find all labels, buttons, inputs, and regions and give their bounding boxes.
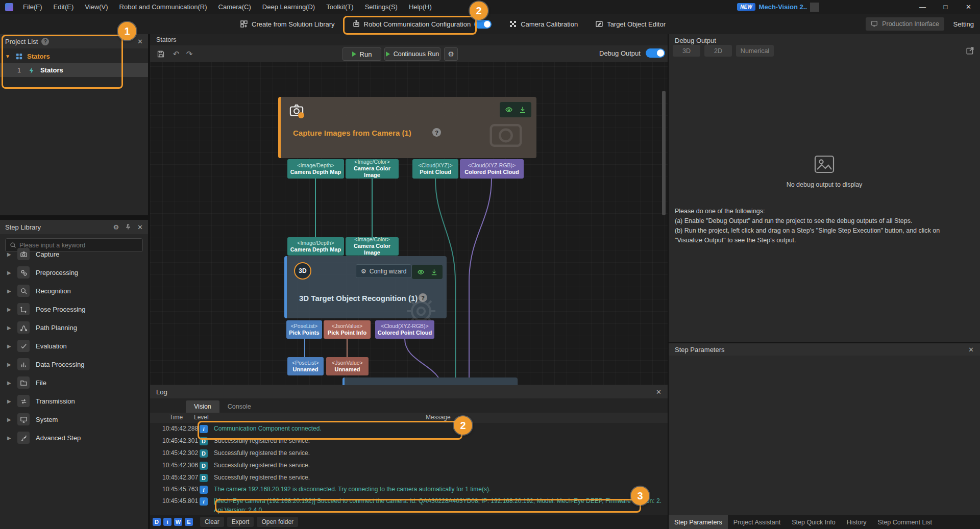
canvas-scrollbar[interactable]: [662, 91, 666, 215]
help-icon[interactable]: ?: [41, 38, 49, 45]
config-wizard-button[interactable]: ⚙ Config wizard: [356, 264, 411, 278]
port-camera-color-image-input[interactable]: <Image/Color> Camera Color Image: [346, 237, 399, 256]
redo-icon[interactable]: ↷: [184, 48, 195, 60]
close-icon[interactable]: ✕: [656, 388, 662, 396]
view-2d-button[interactable]: 2D: [704, 45, 732, 57]
step-library-item-advanced-step[interactable]: ▶ Advanced Step: [0, 429, 148, 446]
close-icon[interactable]: ✕: [968, 346, 974, 354]
capture-images-node[interactable]: Capture Images from Camera (1) ?: [278, 97, 536, 158]
chevron-right-icon[interactable]: ▶: [7, 417, 15, 422]
robot-communication-configuration-button[interactable]: Robot Communication Configuration: [352, 14, 492, 34]
maximize-button[interactable]: □: [934, 0, 957, 14]
tab-step-comment-list[interactable]: Step Comment List: [872, 515, 938, 529]
close-icon[interactable]: ✕: [137, 38, 143, 45]
log-tab-console[interactable]: Console: [219, 400, 259, 413]
log-row[interactable]: 10:45:42.302 D Successfully registered t…: [150, 447, 668, 460]
menu-settings[interactable]: Settings(S): [359, 0, 403, 14]
chevron-right-icon[interactable]: ▶: [7, 435, 15, 441]
open-folder-button[interactable]: Open folder: [257, 517, 298, 527]
chevron-right-icon[interactable]: ▶: [7, 362, 15, 367]
production-interface-button[interactable]: Production Interface: [866, 17, 944, 31]
port-point-cloud-output[interactable]: <Cloud(XYZ)> Point Cloud: [412, 159, 458, 179]
menu-view[interactable]: View(V): [79, 0, 113, 14]
step-library-item-transmission[interactable]: ▶ Transmission: [0, 392, 148, 410]
debug-output-toggle[interactable]: [646, 48, 665, 58]
port-pick-point-info-output[interactable]: <JsonValue> Pick Point Info: [324, 320, 371, 339]
menu-file[interactable]: File(F): [17, 0, 48, 14]
eye-icon[interactable]: [416, 268, 425, 276]
log-row[interactable]: 10:45:42.288 i Communication Component c…: [150, 423, 668, 435]
log-row[interactable]: 10:45:42.306 D Successfully registered t…: [150, 460, 668, 472]
save-icon[interactable]: [155, 48, 166, 60]
tab-step-parameters[interactable]: Step Parameters: [669, 515, 728, 529]
step-library-item-system[interactable]: ▶ System: [0, 411, 148, 428]
step-library-item-pose-processing[interactable]: ▶ Pose Processing: [0, 300, 148, 318]
project-tree-root[interactable]: ▼ Stators: [0, 49, 148, 63]
export-button[interactable]: Export: [227, 517, 254, 527]
menu-edit[interactable]: Edit(E): [48, 0, 80, 14]
pin-icon[interactable]: [125, 223, 131, 231]
close-button[interactable]: ✕: [957, 0, 980, 14]
create-from-solution-library-button[interactable]: Create from Solution Library: [240, 14, 335, 34]
help-icon[interactable]: ?: [432, 128, 441, 137]
tab-history[interactable]: History: [841, 515, 872, 529]
gear-icon[interactable]: ⚙: [113, 223, 119, 231]
chevron-right-icon[interactable]: ▶: [7, 343, 15, 349]
step-library-item-capture[interactable]: ▶ Capture: [0, 245, 148, 263]
3d-target-object-recognition-node[interactable]: 3D ⚙ Config wizard 3D Target Object Reco…: [284, 256, 447, 318]
filter-error-button[interactable]: E: [185, 518, 193, 526]
view-3d-button[interactable]: 3D: [673, 45, 700, 57]
chevron-down-icon[interactable]: ▼: [5, 54, 12, 59]
continuous-run-button[interactable]: Continuous Run: [384, 47, 440, 61]
minimize-button[interactable]: —: [911, 0, 934, 14]
menu-help[interactable]: Help(H): [403, 0, 437, 14]
menu-robot-communication[interactable]: Robot and Communication(R): [114, 0, 213, 14]
eye-icon[interactable]: [504, 106, 513, 114]
menu-camera[interactable]: Camera(C): [213, 0, 257, 14]
menu-toolkit[interactable]: Toolkit(T): [321, 0, 359, 14]
log-row[interactable]: 10:45:45.801 i [Mech-Eye camera (192.168…: [150, 495, 668, 515]
tab-step-quick-info[interactable]: Step Quick Info: [786, 515, 841, 529]
download-icon[interactable]: [519, 106, 527, 114]
port-unnamed-jsonvalue-input[interactable]: <JsonValue> Unnamed: [326, 357, 369, 375]
log-row[interactable]: 10:45:45.763 i The camera 192.168.20.192…: [150, 484, 668, 496]
chevron-right-icon[interactable]: ▶: [7, 270, 15, 275]
open-in-window-icon[interactable]: [966, 46, 975, 55]
port-colored-point-cloud-output[interactable]: <Cloud(XYZ-RGB)> Colored Point Cloud: [460, 159, 524, 179]
run-button[interactable]: Run: [342, 47, 381, 61]
camera-calibration-button[interactable]: Camera Calibration: [509, 14, 578, 34]
step-library-item-recognition[interactable]: ▶ Recognition: [0, 282, 148, 299]
project-tree-item-stators[interactable]: 1 Stators: [0, 63, 148, 77]
undo-icon[interactable]: ↶: [170, 48, 182, 60]
setting-button[interactable]: Setting: [953, 17, 974, 31]
filter-debug-button[interactable]: D: [153, 518, 161, 526]
chevron-right-icon[interactable]: ▶: [7, 307, 15, 312]
chevron-right-icon[interactable]: ▶: [7, 380, 15, 386]
step-library-item-file[interactable]: ▶ File: [0, 374, 148, 391]
view-numerical-button[interactable]: Numerical: [736, 45, 774, 57]
close-icon[interactable]: ✕: [137, 223, 143, 231]
canvas-tab-stators[interactable]: Stators: [156, 36, 177, 43]
filter-warning-button[interactable]: W: [174, 518, 182, 526]
chevron-right-icon[interactable]: ▶: [7, 325, 15, 331]
target-object-editor-button[interactable]: Target Object Editor: [595, 14, 666, 34]
download-icon[interactable]: [430, 268, 438, 276]
step-library-item-path-planning[interactable]: ▶ Path Planning: [0, 319, 148, 336]
log-row[interactable]: 10:45:42.301 D Successfully registered t…: [150, 435, 668, 447]
port-camera-depth-map-output[interactable]: <Image/Depth> Camera Depth Map: [287, 159, 344, 179]
step-library-item-preprocessing[interactable]: ▶ Preprocessing: [0, 264, 148, 281]
step-library-item-data-processing[interactable]: ▶ Data Processing: [0, 356, 148, 373]
chevron-right-icon[interactable]: ▶: [7, 251, 15, 257]
port-unnamed-poselist-input[interactable]: <PoseList> Unnamed: [287, 357, 324, 375]
log-row[interactable]: 10:45:42.307 D Successfully registered t…: [150, 472, 668, 484]
step-library-item-evaluation[interactable]: ▶ Evaluation: [0, 337, 148, 355]
port-camera-depth-map-input[interactable]: <Image/Depth> Camera Depth Map: [287, 237, 344, 256]
chevron-right-icon[interactable]: ▶: [7, 288, 15, 294]
port-camera-color-image-output[interactable]: <Image/Color> Camera Color Image: [346, 159, 399, 179]
run-settings-button[interactable]: ⚙: [444, 47, 458, 61]
port-pick-points-output[interactable]: <PoseList> Pick Points: [286, 320, 322, 339]
robot-communication-toggle[interactable]: [474, 20, 492, 29]
port-colored-point-cloud-output-2[interactable]: <Cloud(XYZ-RGB)> Colored Point Cloud: [375, 320, 434, 339]
menu-deep-learning[interactable]: Deep Learning(D): [257, 0, 321, 14]
log-tab-vision[interactable]: Vision: [186, 400, 219, 413]
